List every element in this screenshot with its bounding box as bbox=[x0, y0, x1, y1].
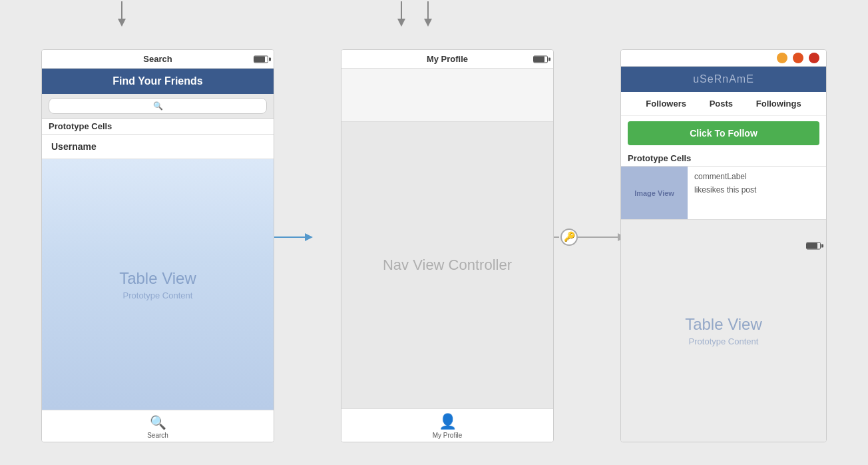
search-bar-container: 🔍 bbox=[42, 94, 274, 119]
nav-header-1: Find Your Friends bbox=[42, 69, 274, 94]
nav-view-label: Nav View Controller bbox=[383, 256, 512, 274]
svg-marker-5 bbox=[424, 19, 432, 27]
dot-yellow bbox=[777, 53, 787, 63]
title-bar-search: Search bbox=[42, 50, 274, 69]
nav-view-body: Nav View Controller bbox=[341, 122, 553, 408]
table-view-title-1: Table View bbox=[119, 269, 196, 288]
followings-stat: Followings bbox=[756, 99, 801, 109]
post-details: commentLabel likesikes this post bbox=[688, 167, 826, 219]
stats-row: Followers Posts Followings bbox=[621, 92, 826, 116]
image-view: Image View bbox=[621, 167, 688, 219]
battery-icon-2 bbox=[533, 55, 548, 63]
nav-view-top bbox=[341, 69, 553, 122]
follow-button[interactable]: Click To Follow bbox=[628, 121, 819, 145]
table-view-area-3: Table View Prototype Content bbox=[621, 220, 826, 442]
dot-orange bbox=[793, 53, 803, 63]
tab-bar-1: 🔍 Search bbox=[42, 410, 274, 442]
title-search: Search bbox=[143, 54, 172, 64]
likes-label: likesikes this post bbox=[694, 185, 819, 195]
phone-profile: uSeRnAmE Followers Posts Followings Clic… bbox=[620, 49, 827, 442]
svg-marker-1 bbox=[118, 19, 126, 27]
phone-search: Search Find Your Friends 🔍 Prototype Cel… bbox=[41, 49, 274, 442]
comment-label: commentLabel bbox=[694, 172, 819, 181]
title-bar-2: My Profile bbox=[341, 50, 553, 69]
search-bar[interactable]: 🔍 bbox=[49, 98, 267, 114]
svg-point-11 bbox=[561, 229, 577, 245]
svg-text:🔑: 🔑 bbox=[564, 231, 576, 242]
table-view-title-3: Table View bbox=[685, 315, 762, 334]
posts-stat: Posts bbox=[710, 99, 733, 109]
dot-red bbox=[809, 53, 819, 63]
toolbar-3 bbox=[621, 50, 826, 67]
table-view-subtitle-1: Prototype Content bbox=[123, 290, 193, 300]
post-row: Image View commentLabel likesikes this p… bbox=[621, 167, 826, 220]
tab-label-1[interactable]: Search bbox=[147, 432, 168, 439]
profile-tab-icon: 👤 bbox=[439, 413, 457, 430]
followers-stat: Followers bbox=[646, 99, 686, 109]
tab-label-2[interactable]: My Profile bbox=[433, 432, 462, 439]
search-icon: 🔍 bbox=[153, 101, 163, 111]
prototype-cells-header-1: Prototype Cells bbox=[42, 119, 274, 135]
prototype-cells-header-3: Prototype Cells bbox=[621, 151, 826, 167]
username-bar: uSeRnAmE bbox=[621, 67, 826, 92]
battery-icon-1 bbox=[254, 55, 268, 63]
battery-icon-3 bbox=[806, 242, 821, 250]
username-row[interactable]: Username bbox=[42, 135, 274, 159]
table-view-area-1: Table View Prototype Content bbox=[42, 159, 274, 410]
tab-bar-2: 👤 My Profile bbox=[341, 408, 553, 442]
table-view-subtitle-3: Prototype Content bbox=[689, 336, 759, 346]
phone-nav: My Profile Nav View Controller 👤 My Prof… bbox=[341, 49, 554, 442]
search-tab-icon: 🔍 bbox=[150, 414, 166, 430]
svg-marker-3 bbox=[397, 19, 405, 27]
svg-marker-9 bbox=[305, 233, 313, 241]
title-nav: My Profile bbox=[427, 54, 468, 64]
